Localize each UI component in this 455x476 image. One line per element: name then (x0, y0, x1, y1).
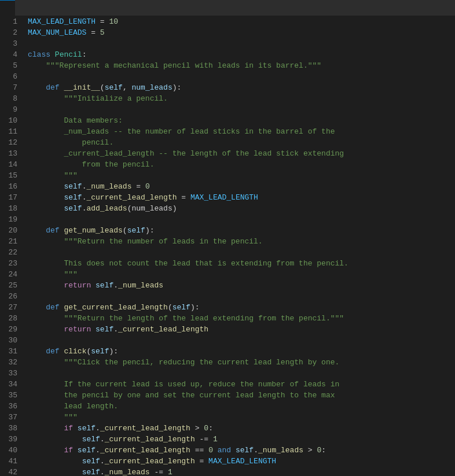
line-number: 41 (0, 456, 17, 467)
code-line (28, 291, 455, 302)
code-line: self._current_lead_length = MAX_LEAD_LEN… (28, 456, 455, 467)
line-number: 2 (0, 27, 17, 38)
tab-bar (0, 0, 455, 16)
line-number: 23 (0, 258, 17, 269)
code-line: if self._current_lead_length > 0: (28, 423, 455, 434)
line-numbers: 1234567891011121314151617181920212223242… (0, 16, 22, 476)
line-number: 26 (0, 291, 17, 302)
line-number: 6 (0, 71, 17, 82)
code-line: """ (28, 269, 455, 280)
line-number: 28 (0, 313, 17, 324)
tab-pencil-py[interactable] (0, 0, 15, 16)
code-area[interactable]: MAX_LEAD_LENGTH = 10MAX_NUM_LEADS = 5 cl… (22, 16, 455, 476)
line-number: 4 (0, 49, 17, 60)
code-line: return self._current_lead_length (28, 324, 455, 335)
code-line: lead length. (28, 401, 455, 412)
code-line (28, 247, 455, 258)
line-number: 1 (0, 16, 17, 27)
line-number: 15 (0, 170, 17, 181)
code-line: _current_lead_length -- the length of th… (28, 148, 455, 159)
code-line (28, 335, 455, 346)
code-line: """Return the length of the lead extendi… (28, 313, 455, 324)
line-number: 35 (0, 390, 17, 401)
code-line: class Pencil: (28, 49, 455, 60)
line-number: 10 (0, 115, 17, 126)
code-line: _num_leads -- the number of lead sticks … (28, 126, 455, 137)
line-number: 19 (0, 214, 17, 225)
code-line: self._num_leads -= 1 (28, 467, 455, 476)
line-number: 40 (0, 445, 17, 456)
code-line: """Return the number of leads in the pen… (28, 236, 455, 247)
code-line: def click(self): (28, 346, 455, 357)
line-number: 20 (0, 225, 17, 236)
code-line: """ (28, 412, 455, 423)
code-line: self._current_lead_length -= 1 (28, 434, 455, 445)
line-number: 21 (0, 236, 17, 247)
code-line: return self._num_leads (28, 280, 455, 291)
line-number: 34 (0, 379, 17, 390)
line-number: 5 (0, 60, 17, 71)
line-number: 11 (0, 126, 17, 137)
line-number: 8 (0, 93, 17, 104)
code-line (28, 38, 455, 49)
code-line: This does not count the lead that is ext… (28, 258, 455, 269)
line-number: 7 (0, 82, 17, 93)
code-line: if self._current_lead_length == 0 and se… (28, 445, 455, 456)
line-number: 18 (0, 203, 17, 214)
line-number: 36 (0, 401, 17, 412)
code-line: """Represent a mechanical pencil with le… (28, 60, 455, 71)
line-number: 22 (0, 247, 17, 258)
code-line: MAX_NUM_LEADS = 5 (28, 27, 455, 38)
code-line: """Initialize a pencil. (28, 93, 455, 104)
line-number: 37 (0, 412, 17, 423)
line-number: 17 (0, 192, 17, 203)
line-number: 38 (0, 423, 17, 434)
line-number: 31 (0, 346, 17, 357)
line-number: 13 (0, 148, 17, 159)
line-number: 25 (0, 280, 17, 291)
line-number: 42 (0, 467, 17, 476)
code-line (28, 368, 455, 379)
code-line: the pencil by one and set the current le… (28, 390, 455, 401)
line-number: 16 (0, 181, 17, 192)
line-number: 27 (0, 302, 17, 313)
code-line: from the pencil. (28, 159, 455, 170)
code-line (28, 214, 455, 225)
line-number: 14 (0, 159, 17, 170)
line-number: 33 (0, 368, 17, 379)
line-number: 32 (0, 357, 17, 368)
code-line: self._current_lead_length = MAX_LEAD_LEN… (28, 192, 455, 203)
code-line (28, 71, 455, 82)
line-number: 30 (0, 335, 17, 346)
code-line: def __init__(self, num_leads): (28, 82, 455, 93)
line-number: 29 (0, 324, 17, 335)
code-line: def get_num_leads(self): (28, 225, 455, 236)
code-line: Data members: (28, 115, 455, 126)
line-number: 12 (0, 137, 17, 148)
code-line: If the current lead is used up, reduce t… (28, 379, 455, 390)
code-line: self._num_leads = 0 (28, 181, 455, 192)
code-line: """ (28, 170, 455, 181)
line-number: 9 (0, 104, 17, 115)
line-number: 39 (0, 434, 17, 445)
code-line (28, 104, 455, 115)
line-number: 24 (0, 269, 17, 280)
code-line: """Click the pencil, reducing the curren… (28, 357, 455, 368)
line-number: 3 (0, 38, 17, 49)
code-line: def get_current_lead_length(self): (28, 302, 455, 313)
code-line: pencil. (28, 137, 455, 148)
code-line: MAX_LEAD_LENGTH = 10 (28, 16, 455, 27)
code-editor: 1234567891011121314151617181920212223242… (0, 16, 455, 476)
code-line: self.add_leads(num_leads) (28, 203, 455, 214)
